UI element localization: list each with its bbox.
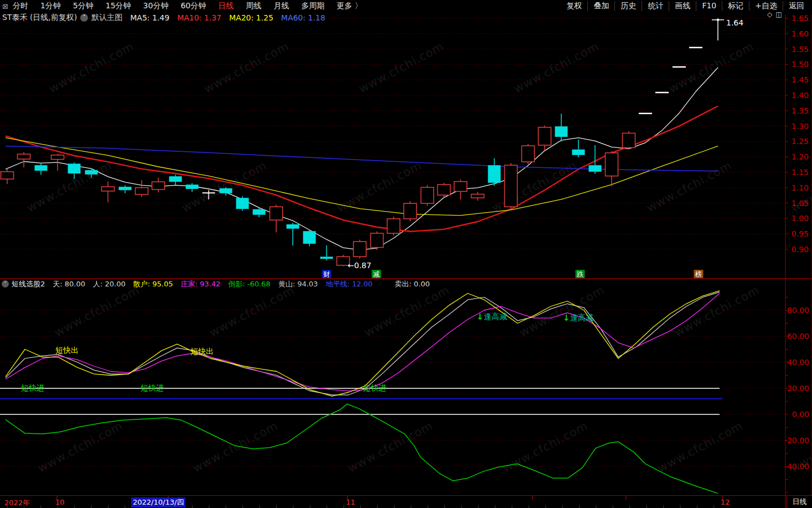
candle-up[interactable] xyxy=(404,203,417,219)
candle-down[interactable] xyxy=(169,176,182,182)
period-indicator[interactable]: 日线 xyxy=(787,496,812,508)
candle-up[interactable] xyxy=(438,184,451,195)
tool-button[interactable]: 复权 xyxy=(561,1,587,11)
period-tab[interactable]: 多周期 xyxy=(301,1,324,11)
candle-down[interactable] xyxy=(236,198,249,209)
candle-up[interactable] xyxy=(505,165,518,207)
candle-down[interactable] xyxy=(85,170,98,175)
price-axis-label: 1.60 xyxy=(792,29,809,38)
pane-corner-icons: ◇◫ xyxy=(767,11,782,18)
candle-down[interactable] xyxy=(589,165,602,172)
candle-down[interactable] xyxy=(488,165,501,183)
ma-value-label: MA60: 1.18 xyxy=(281,13,325,22)
tool-button[interactable]: +自选 xyxy=(749,1,783,11)
indicator-field: 卖出: 0.00 xyxy=(395,279,430,289)
candle-up[interactable] xyxy=(454,182,467,192)
period-tab[interactable]: 日线 xyxy=(218,1,234,11)
chevron-down-icon[interactable]: ˅ xyxy=(80,14,88,22)
price-axis-label: 0.95 xyxy=(792,229,809,238)
candle-up[interactable] xyxy=(606,153,618,176)
price-axis-label: 1.10 xyxy=(792,183,809,192)
candle-down[interactable] xyxy=(555,126,568,137)
overlay-label[interactable]: 默认主图 xyxy=(91,13,122,23)
tool-button[interactable]: 统计 xyxy=(642,1,669,11)
candle-down[interactable] xyxy=(186,184,199,189)
period-tab[interactable]: 30分钟 xyxy=(143,1,169,11)
price-axis-label: 1.45 xyxy=(792,75,809,84)
candle-down[interactable] xyxy=(68,163,81,173)
candle-up[interactable] xyxy=(522,146,535,162)
candle-up[interactable] xyxy=(152,182,165,189)
value-axis-label: 60.00 xyxy=(787,332,809,341)
tool-button[interactable]: 标记 xyxy=(722,1,749,11)
ma-line-MA20 xyxy=(6,138,718,215)
symbol-title: ST泰禾 (日线,前复权) xyxy=(2,13,77,23)
period-tab[interactable]: 月线 xyxy=(273,1,289,11)
candle-up[interactable] xyxy=(102,187,115,191)
candle-down[interactable] xyxy=(287,224,299,229)
period-tab[interactable]: 更多 〉 xyxy=(337,1,362,11)
candle-up[interactable] xyxy=(371,233,384,248)
price-annotation: ←0.87 xyxy=(348,261,371,270)
event-marker-label: 榜 xyxy=(695,270,702,278)
tool-button[interactable]: 历史 xyxy=(614,1,642,11)
value-axis-label: 80.00 xyxy=(787,306,809,315)
candle-up[interactable] xyxy=(18,154,30,159)
period-tab[interactable]: 60分钟 xyxy=(180,1,206,11)
period-tab[interactable]: 分时 xyxy=(13,1,28,11)
chart-canvas: 1.651.601.551.501.451.401.351.301.251.20… xyxy=(0,0,812,508)
candle-up[interactable] xyxy=(623,133,635,147)
split-window-icon[interactable]: ◫ xyxy=(775,11,782,18)
period-tab[interactable]: 1分钟 xyxy=(40,1,61,11)
candle-down[interactable] xyxy=(303,231,316,244)
chart-workspace: ⊠ 分时1分钟5分钟15分钟30分钟60分钟日线周线月线多周期更多 〉 复权叠加… xyxy=(0,0,812,508)
indicator-line-庄家 xyxy=(6,294,720,391)
tool-button[interactable]: 画线 xyxy=(669,1,696,11)
period-tab[interactable]: 5分钟 xyxy=(73,1,94,11)
candle-down[interactable] xyxy=(320,256,333,259)
candle-up[interactable] xyxy=(354,242,366,256)
candle-up[interactable] xyxy=(136,188,148,194)
indicator-field: 黄山: 94.03 xyxy=(278,279,318,289)
candle-down[interactable] xyxy=(253,209,266,215)
mark-diamond-icon[interactable]: ◇ xyxy=(767,11,772,18)
price-axis-label: 1.50 xyxy=(792,60,809,69)
candle-up[interactable] xyxy=(472,194,484,198)
period-tab[interactable]: 15分钟 xyxy=(106,1,131,11)
candle-down[interactable] xyxy=(119,187,132,190)
candle-up[interactable] xyxy=(1,172,14,179)
candle-up[interactable] xyxy=(270,207,283,220)
tool-button[interactable]: 返回 xyxy=(783,1,810,11)
indicator-field: 庄家: 93.42 xyxy=(180,279,220,289)
ma-values: MA5: 1.49MA10: 1.37MA20: 1.25MA60: 1.18 xyxy=(122,13,325,22)
indicator-name[interactable]: 短线选股2 xyxy=(12,279,45,289)
candle-down[interactable] xyxy=(220,188,232,193)
candle-down[interactable] xyxy=(572,150,585,155)
indicator-field: 人: 20.00 xyxy=(93,279,126,289)
ma-value-label: MA10: 1.37 xyxy=(177,13,221,22)
tool-buttons: 复权叠加历史统计画线F10标记+自选返回 xyxy=(561,1,810,11)
price-axis-label: 1.25 xyxy=(792,137,809,146)
candle-down[interactable] xyxy=(35,165,48,171)
app-menu-icon[interactable]: ⊠ xyxy=(2,2,8,11)
price-axis-label: 1.35 xyxy=(792,106,809,115)
tool-button[interactable]: 叠加 xyxy=(587,1,614,11)
candle-up[interactable] xyxy=(421,187,434,203)
candle-up[interactable] xyxy=(539,127,551,145)
value-axis-label: 0.00 xyxy=(792,410,809,419)
tool-button[interactable]: F10 xyxy=(696,1,722,11)
signal-label: 短快进 xyxy=(363,383,386,392)
price-annotation: 1.64 xyxy=(726,18,743,27)
ma-value-label: MA20: 1.25 xyxy=(229,13,273,22)
signal-label: 短快进 xyxy=(141,383,164,392)
selected-date-label[interactable]: 2022/10/13/四 xyxy=(131,497,185,507)
time-axis-bar: 日线 2022年102022/10/13/四1112 xyxy=(0,495,812,508)
signal-label: 逢高减 xyxy=(484,312,507,321)
candle-up[interactable] xyxy=(51,155,64,160)
value-axis-label: 20.00 xyxy=(787,384,809,393)
period-tab[interactable]: 周线 xyxy=(246,1,261,11)
chevron-down-icon[interactable]: ˅ xyxy=(2,280,9,288)
time-axis-label: 2022年 xyxy=(4,498,30,508)
value-axis-label: 40.00 xyxy=(787,358,809,367)
candle-up[interactable] xyxy=(387,219,400,233)
